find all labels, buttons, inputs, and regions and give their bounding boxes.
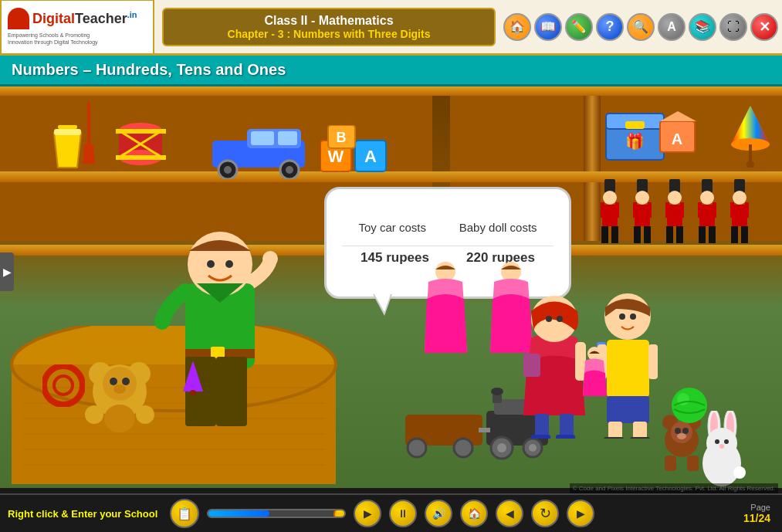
svg-point-142 [557,316,563,322]
svg-rect-71 [730,202,734,218]
logo-digital: Digital [32,11,75,26]
svg-point-133 [675,428,681,434]
subtitle-text: Numbers – Hundreds, Tens and Ones [12,61,286,79]
svg-point-117 [454,439,472,457]
svg-rect-57 [665,202,669,218]
pause-button[interactable]: ⏸ [389,500,417,527]
svg-point-99 [113,385,126,394]
svg-point-124 [706,428,737,459]
svg-point-128 [733,466,746,479]
copyright: © Code and Pixels Interactive Technologi… [570,483,778,493]
edit-button[interactable]: ✏️ [565,13,593,41]
progress-thumb[interactable] [333,509,346,518]
svg-rect-15 [278,131,297,145]
svg-point-39 [603,191,617,205]
chapter-title: Chapter - 3 : Numbers with Three Digits [171,28,486,40]
svg-rect-28 [625,121,645,129]
baby-doll-label: Baby doll costs [459,221,537,234]
svg-point-141 [546,316,552,322]
school-text: Right click & Enter your School [8,508,162,520]
small-doll-floor [581,346,608,399]
bottom-bar: Right click & Enter your School 📋 ▶ ⏸ 🔊 … [0,493,782,532]
svg-rect-146 [531,435,550,439]
toolbar: 🏠 📖 ✏️ ? 🔍 A 📚 ⛶ ✕ [503,13,778,41]
volume-button[interactable]: 🔊 [425,500,452,527]
close-button[interactable]: ✕ [750,13,778,41]
app: DigitalTeacher.in Empowering Schools & P… [0,0,782,532]
header: DigitalTeacher.in Empowering Schools & P… [0,0,782,56]
svg-point-53 [668,191,682,205]
spinning-top [730,106,772,171]
svg-point-85 [207,260,215,268]
progress-fill [208,510,269,517]
svg-rect-144 [535,414,549,437]
svg-rect-69 [731,226,738,243]
svg-rect-11 [116,155,166,160]
svg-rect-157 [604,437,624,439]
svg-rect-10 [116,129,166,134]
book-button[interactable]: 📖 [534,13,562,41]
top-shelf-line [0,86,782,96]
svg-point-114 [529,444,537,452]
svg-point-100 [85,405,103,424]
search-button[interactable]: 🔍 [627,13,655,41]
task-button[interactable]: 📋 [170,499,199,528]
refresh-button[interactable]: ↻ [531,500,559,527]
small-toy-ring [42,364,85,410]
scene: W A B 🎁 A [0,86,782,488]
svg-rect-156 [633,422,647,439]
svg-rect-118 [479,428,490,432]
girl-child [520,284,589,442]
red-drum [116,121,166,171]
svg-rect-149 [607,340,649,398]
svg-point-153 [630,313,636,320]
subtitle-bar: Numbers – Hundreds, Tens and Ones [0,56,782,86]
svg-marker-31 [660,111,696,121]
teddy-bear [85,357,154,437]
home-nav-button[interactable]: 🏠 [460,500,488,527]
purple-item [181,361,205,398]
prev-button[interactable]: ◀ [496,500,523,527]
page-indicator: Page 11/24 [743,503,770,524]
svg-rect-49 [644,226,651,243]
svg-point-152 [619,313,625,320]
svg-point-96 [103,367,137,401]
play-button[interactable]: ▶ [354,500,381,527]
shopkeeper [143,198,282,456]
green-ball [670,386,709,428]
svg-rect-90 [216,357,247,426]
logo-in: .in [127,10,137,19]
svg-point-97 [110,378,117,385]
svg-rect-143 [523,354,540,377]
left-arrow-button[interactable]: ▶ [0,252,14,291]
svg-rect-65 [713,202,716,218]
logo-top: DigitalTeacher.in [8,8,147,29]
text-button[interactable]: A [658,13,686,41]
svg-rect-41 [601,226,608,243]
toy-block: A [656,110,702,159]
logo-brand: DigitalTeacher.in [32,10,137,27]
help-button[interactable]: ? [596,13,624,41]
svg-rect-55 [666,226,673,243]
svg-rect-159 [648,344,658,379]
svg-rect-154 [607,396,649,423]
svg-point-125 [715,439,719,444]
expand-button[interactable]: ⛶ [719,13,747,41]
svg-rect-72 [745,202,749,218]
next-button[interactable]: ▶ [567,500,594,527]
svg-rect-158 [630,437,650,439]
svg-point-98 [122,378,130,385]
svg-rect-136 [665,456,676,471]
svg-text:A: A [364,147,377,166]
dict-button[interactable]: 📚 [689,13,716,41]
svg-rect-42 [611,226,618,243]
svg-marker-105 [183,361,203,391]
logo-teacher: Teacher [75,11,127,26]
letter-blocks: W A B [320,125,390,182]
home-button[interactable]: 🏠 [503,13,531,41]
class-title: Class II - Mathematics [171,14,486,28]
svg-rect-4 [87,102,90,148]
blue-truck [208,125,309,182]
svg-point-67 [733,191,746,205]
svg-rect-51 [648,202,652,218]
